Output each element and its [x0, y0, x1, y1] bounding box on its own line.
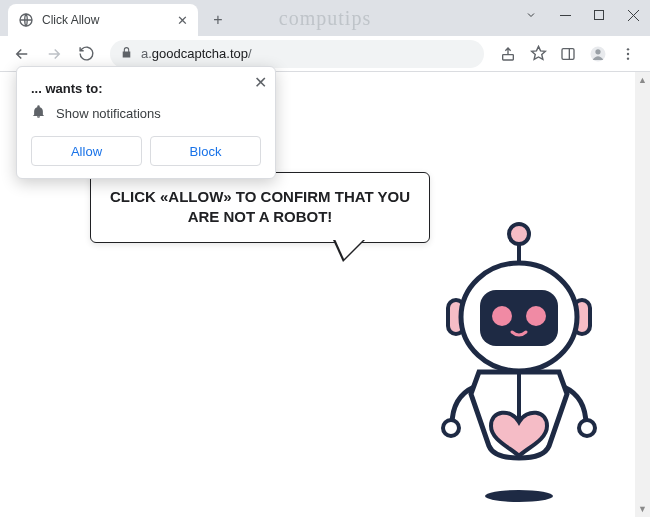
maximize-button[interactable]	[582, 0, 616, 30]
permission-title: ... wants to:	[31, 81, 261, 96]
block-button-label: Block	[190, 144, 222, 159]
browser-tab[interactable]: Click Allow ✕	[8, 4, 198, 36]
svg-point-8	[627, 57, 629, 59]
reload-button[interactable]	[72, 40, 100, 68]
url-host-prefix: a.	[141, 46, 152, 61]
chevron-down-icon[interactable]	[514, 0, 548, 30]
address-bar[interactable]: a.goodcaptcha.top/	[110, 40, 484, 68]
new-tab-button[interactable]: +	[204, 6, 232, 34]
window-controls	[514, 0, 650, 32]
bookmark-star-icon[interactable]	[524, 40, 552, 68]
lock-icon	[120, 45, 133, 63]
vertical-scrollbar[interactable]: ▲ ▼	[635, 72, 650, 517]
svg-rect-1	[595, 11, 604, 20]
svg-point-16	[526, 306, 546, 326]
url-path: /	[248, 46, 252, 61]
speech-bubble: CLICK «ALLOW» TO CONFIRM THAT YOU ARE NO…	[90, 172, 430, 243]
menu-dots-icon[interactable]	[614, 40, 642, 68]
svg-point-18	[579, 420, 595, 436]
svg-point-10	[509, 224, 529, 244]
page-viewport: ✕ ... wants to: Show notifications Allow…	[0, 72, 650, 517]
close-tab-icon[interactable]: ✕	[177, 13, 188, 28]
close-window-button[interactable]	[616, 0, 650, 30]
svg-point-6	[627, 48, 629, 50]
svg-rect-2	[503, 54, 514, 59]
allow-button-label: Allow	[71, 144, 102, 159]
permission-request-row: Show notifications	[31, 104, 261, 122]
robot-illustration	[414, 212, 624, 516]
url-host-main: goodcaptcha.top	[152, 46, 248, 61]
notification-permission-prompt: ✕ ... wants to: Show notifications Allow…	[16, 66, 276, 179]
svg-point-5	[595, 49, 600, 54]
forward-button[interactable]	[40, 40, 68, 68]
svg-rect-3	[562, 48, 574, 59]
scroll-down-arrow-icon[interactable]: ▼	[635, 501, 650, 517]
globe-icon	[18, 12, 34, 28]
close-icon[interactable]: ✕	[254, 73, 267, 92]
svg-point-17	[443, 420, 459, 436]
speech-bubble-tail	[333, 240, 365, 262]
permission-request-text: Show notifications	[56, 106, 161, 121]
side-panel-icon[interactable]	[554, 40, 582, 68]
profile-icon[interactable]	[584, 40, 612, 68]
svg-rect-14	[480, 290, 558, 346]
block-button[interactable]: Block	[150, 136, 261, 166]
svg-point-20	[485, 490, 553, 502]
svg-point-7	[627, 52, 629, 54]
svg-point-15	[492, 306, 512, 326]
speech-text: CLICK «ALLOW» TO CONFIRM THAT YOU ARE NO…	[107, 187, 413, 228]
tab-title: Click Allow	[42, 13, 169, 27]
allow-button[interactable]: Allow	[31, 136, 142, 166]
watermark-text: computips	[279, 7, 371, 30]
url-text: a.goodcaptcha.top/	[141, 46, 252, 61]
minimize-button[interactable]	[548, 0, 582, 30]
scroll-up-arrow-icon[interactable]: ▲	[635, 72, 650, 88]
share-icon[interactable]	[494, 40, 522, 68]
back-button[interactable]	[8, 40, 36, 68]
titlebar: Click Allow ✕ + computips	[0, 0, 650, 36]
bell-icon	[31, 104, 46, 122]
